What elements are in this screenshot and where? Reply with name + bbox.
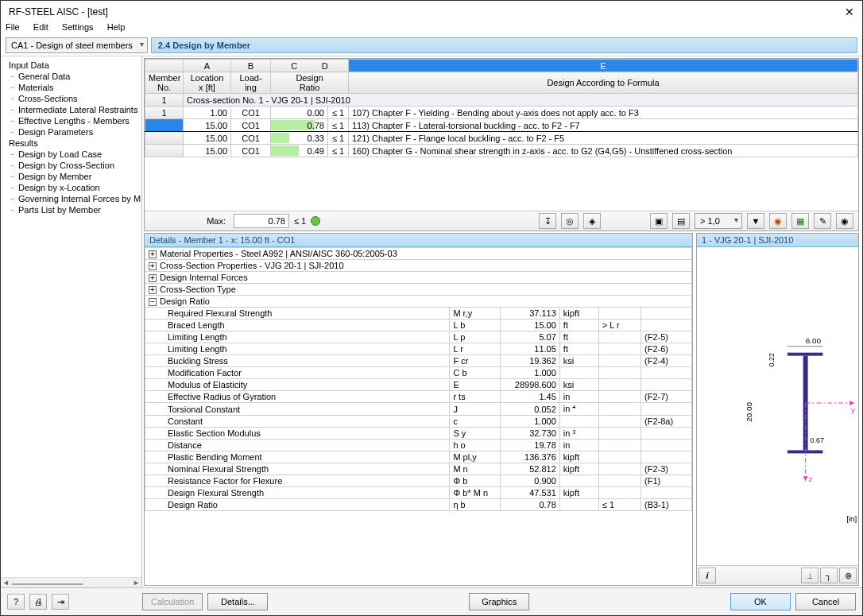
detail-name: Constant	[145, 416, 450, 428]
expand-icon[interactable]: +	[149, 262, 157, 270]
cell-desc[interactable]: 160) Chapter G - Nominal shear strength …	[349, 145, 858, 157]
toolbar-btn-2[interactable]: ◎	[561, 213, 579, 229]
detail-ref	[641, 320, 692, 331]
detail-symbol: r ts	[450, 391, 501, 403]
cell-desc[interactable]: 107) Chapter F - Yielding - Bending abou…	[349, 107, 858, 119]
cell-location[interactable]: 15.00	[184, 132, 231, 145]
expand-icon[interactable]: +	[149, 286, 157, 294]
detail-value: 1.000	[501, 416, 560, 428]
detail-unit: kipft	[559, 463, 598, 475]
toolbar-btn-filter[interactable]: ▼	[747, 213, 764, 229]
expand-icon[interactable]: +	[149, 250, 157, 258]
details-section[interactable]: −Design Ratio	[145, 296, 692, 308]
details-grid[interactable]: +Material Properties - Steel A992 | ANSI…	[145, 247, 692, 585]
cancel-button[interactable]: Cancel	[795, 593, 856, 610]
tree-item[interactable]: Parts List by Member	[4, 204, 138, 215]
results-grid[interactable]: A B C D E MemberNo. Locationx [ft] Load-…	[144, 58, 859, 231]
cell-loading[interactable]: CO1	[231, 107, 271, 119]
toolbar-btn-3[interactable]: ◈	[583, 213, 601, 229]
tree-item[interactable]: Materials	[4, 82, 138, 93]
menu-settings[interactable]: Settings	[62, 22, 94, 32]
detail-symbol: h o	[450, 440, 501, 451]
cell-loading[interactable]: CO1	[231, 119, 271, 132]
tree-item[interactable]: Cross-Sections	[4, 93, 138, 104]
collapse-icon[interactable]: −	[149, 298, 157, 306]
details-button[interactable]: Details...	[207, 593, 268, 610]
scroll-left-icon[interactable]: ◄	[1, 579, 11, 587]
print-icon[interactable]: 🖨	[29, 594, 47, 610]
section-label: Cross-section No. 1 - VJG 20-1 | SJI-201…	[184, 94, 858, 107]
toolbar-btn-4[interactable]: ▣	[650, 213, 668, 229]
tree-group[interactable]: Results	[4, 138, 138, 149]
tree-item[interactable]: Design Parameters	[4, 126, 138, 138]
xs-canvas: 6.00 0.22 20.00 0.67 y	[697, 247, 858, 565]
calculation-button[interactable]: Calculation	[142, 593, 203, 610]
help-icon[interactable]: ?	[7, 594, 25, 610]
detail-unit: in ⁴	[559, 403, 598, 416]
toolbar-btn-eye[interactable]: ◉	[836, 213, 853, 229]
cell-desc[interactable]: 121) Chapter F - Flange local buckling -…	[349, 132, 858, 145]
xs-btn-2[interactable]: ┐	[820, 568, 838, 583]
toolbar-btn-globe[interactable]: ◉	[769, 213, 787, 229]
tree-item[interactable]: Governing Internal Forces by M	[4, 193, 138, 204]
cell-desc[interactable]: 113) Chapter F - Lateral-torsional buckl…	[349, 119, 858, 132]
menu-help[interactable]: Help	[107, 22, 126, 32]
detail-value: 19.78	[501, 440, 560, 451]
toolbar-btn-pick[interactable]: ✎	[814, 213, 831, 229]
detail-unit: kipft	[559, 487, 598, 499]
menu-file[interactable]: File	[6, 22, 20, 32]
detail-name: Effective Radius of Gyration	[145, 391, 450, 403]
xs-info-icon[interactable]: i	[699, 568, 716, 583]
details-section[interactable]: +Design Internal Forces	[145, 272, 692, 284]
row-hdr[interactable]: 1	[145, 107, 184, 119]
cell-ratio[interactable]: 0.78	[271, 119, 328, 132]
filter-combo[interactable]: > 1,0▾	[695, 213, 742, 229]
xs-btn-1[interactable]: ⟂	[801, 568, 818, 583]
scroll-thumb[interactable]	[11, 583, 83, 585]
tree-item[interactable]: Design by Load Case	[4, 149, 138, 160]
cell-location[interactable]: 1.00	[184, 107, 231, 119]
close-icon[interactable]: ✕	[845, 6, 854, 18]
details-section[interactable]: +Material Properties - Steel A992 | ANSI…	[145, 248, 692, 260]
cell-ratio[interactable]: 0.49	[271, 145, 328, 157]
sidebar-h-scrollbar[interactable]: ◄ ►	[1, 577, 141, 587]
tree-item[interactable]: Design by x-Location	[4, 182, 138, 193]
row-hdr[interactable]: 1	[145, 94, 184, 107]
tree-item[interactable]: Design by Member	[4, 171, 138, 182]
graphics-button[interactable]: Graphics	[469, 593, 529, 610]
details-section[interactable]: +Cross-Section Type	[145, 284, 692, 296]
cell-ratio[interactable]: 0.00	[271, 107, 328, 119]
detail-compare	[598, 403, 640, 416]
xs-btn-3[interactable]: ⊗	[839, 568, 857, 583]
tree-group[interactable]: Input Data	[4, 60, 138, 71]
tree-item[interactable]: General Data	[4, 71, 138, 82]
export-icon[interactable]: ⇥	[52, 594, 69, 610]
dim-tf: 0.22	[768, 353, 776, 366]
detail-name: Modification Factor	[145, 367, 450, 379]
ok-button[interactable]: OK	[730, 593, 791, 610]
cell-loading[interactable]: CO1	[231, 145, 271, 157]
tree-item[interactable]: Intermediate Lateral Restraints	[4, 104, 138, 115]
scroll-right-icon[interactable]: ►	[131, 579, 141, 587]
toolbar-btn-1[interactable]: ↧	[539, 213, 556, 229]
detail-symbol: M r,y	[450, 308, 501, 320]
cell-loading[interactable]: CO1	[231, 132, 271, 145]
toolbar-btn-5[interactable]: ▤	[672, 213, 690, 229]
expand-icon[interactable]: +	[149, 274, 157, 282]
max-value-input[interactable]	[234, 214, 289, 228]
row-hdr[interactable]	[145, 119, 184, 132]
cell-ratio[interactable]: 0.33	[271, 132, 328, 145]
cell-location[interactable]: 15.00	[184, 145, 231, 157]
tree-item[interactable]: Effective Lengths - Members	[4, 115, 138, 126]
detail-ref: (F2-3)	[641, 463, 692, 475]
tree-item[interactable]: Design by Cross-Section	[4, 160, 138, 171]
details-title: Details - Member 1 - x: 15.00 ft - CO1	[145, 234, 692, 247]
toolbar-btn-excel[interactable]: ▦	[791, 213, 809, 229]
row-hdr[interactable]	[145, 132, 184, 145]
detail-ref	[641, 308, 692, 320]
row-hdr[interactable]	[145, 145, 184, 157]
cell-location[interactable]: 15.00	[184, 119, 231, 132]
case-combo[interactable]: CA1 - Design of steel members ▾	[6, 37, 148, 53]
menu-edit[interactable]: Edit	[33, 22, 48, 32]
details-section[interactable]: +Cross-Section Properties - VJG 20-1 | S…	[145, 260, 692, 272]
